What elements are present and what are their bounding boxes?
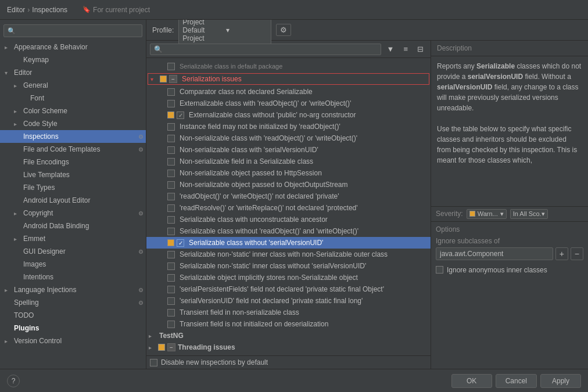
sidebar-item-file-templates[interactable]: File and Code Templates ⚙	[0, 143, 146, 156]
insp-item-serial-versionuid[interactable]: ✓ Serializable class without 'serialVers…	[146, 237, 431, 249]
checkbox[interactable]	[167, 297, 175, 305]
checkbox[interactable]	[167, 216, 175, 224]
insp-item-non-serial-read[interactable]: Non-serializable class with 'readObject(…	[146, 132, 431, 144]
sidebar-item-file-types[interactable]: File Types	[0, 181, 146, 194]
sidebar-item-plugins[interactable]: Plugins	[0, 322, 146, 335]
sidebar-item-font[interactable]: Font	[0, 92, 146, 105]
group-minus-button[interactable]: −	[167, 343, 175, 351]
expand-button[interactable]: ≡	[400, 43, 411, 55]
tree-search-input[interactable]	[165, 45, 377, 53]
cancel-button[interactable]: Cancel	[496, 374, 537, 388]
sidebar-search-input[interactable]	[18, 27, 138, 35]
sidebar-item-inspections[interactable]: Inspections ⚙	[0, 130, 146, 143]
checkbox[interactable]	[167, 286, 175, 293]
options-section: Options Ignore subclasses of + − Ignore …	[431, 222, 588, 369]
collapse-button[interactable]: ⊟	[414, 43, 427, 55]
disable-checkbox[interactable]	[150, 359, 157, 366]
checkbox[interactable]	[167, 321, 175, 328]
sidebar-item-emmet[interactable]: ▸ Emmet	[0, 232, 146, 245]
insp-item-transient-non[interactable]: Transient field in non-serializable clas…	[146, 307, 431, 318]
insp-item-serial-persist[interactable]: 'serialPersistentFields' field not decla…	[146, 283, 431, 295]
checkbox[interactable]	[167, 170, 175, 177]
sidebar-item-keymap[interactable]: Keymap	[0, 53, 146, 66]
add-button[interactable]: +	[555, 247, 568, 260]
sidebar-item-intentions[interactable]: Intentions	[0, 271, 146, 283]
ignore-anon-checkbox[interactable]	[436, 266, 443, 274]
sidebar-item-version-control[interactable]: ▸ Version Control	[0, 335, 146, 347]
insp-item-comparator[interactable]: Comparator class not declared Serializab…	[146, 86, 431, 98]
checkbox[interactable]	[167, 262, 175, 270]
filter-button[interactable]: ▼	[383, 43, 398, 55]
insp-item-readobject-private[interactable]: 'readObject()' or 'writeObject()' not de…	[146, 190, 431, 202]
insp-item-transient-init[interactable]: Transient field is not initialized on de…	[146, 318, 431, 330]
checkbox[interactable]	[167, 193, 175, 200]
arrow-icon: ▸	[14, 210, 21, 217]
ok-button[interactable]: OK	[451, 374, 492, 388]
checkbox[interactable]	[167, 274, 175, 282]
insp-item-readresolve-protected[interactable]: 'readResolve()' or 'writeReplace()' not …	[146, 202, 431, 214]
editor-breadcrumb: Editor	[7, 6, 25, 14]
checkbox[interactable]	[167, 63, 175, 70]
insp-item-instance-field[interactable]: Instance field may not be initialized by…	[146, 121, 431, 132]
chevron-down-icon: ▾	[500, 210, 504, 218]
checkbox[interactable]	[167, 228, 175, 235]
sidebar-item-todo[interactable]: TODO	[0, 309, 146, 322]
insp-item-serial-readobject[interactable]: Serializable class without 'readObject()…	[146, 225, 431, 237]
insp-item-non-static-outer[interactable]: Serializable non-'static' inner class wi…	[146, 249, 431, 260]
insp-item-non-serial-uid[interactable]: Non-serializable class with 'serialVersi…	[146, 144, 431, 156]
section-minus-button[interactable]: −	[169, 75, 177, 83]
tree-search-box[interactable]: 🔍	[150, 44, 381, 55]
group-testng[interactable]: ▸ TestNG	[146, 330, 431, 341]
sidebar-item-file-encodings[interactable]: File Encodings	[0, 156, 146, 168]
checkbox[interactable]	[167, 123, 175, 131]
sidebar-item-copyright[interactable]: ▸ Copyright ⚙	[0, 207, 146, 220]
insp-item-externalizable-read[interactable]: Externalizable class with 'readObject()'…	[146, 98, 431, 109]
sidebar-item-code-style[interactable]: ▸ Code Style	[0, 117, 146, 130]
scope-dropdown[interactable]: In All Sco.▾	[510, 209, 548, 219]
sidebar-item-general[interactable]: ▸ General	[0, 79, 146, 92]
sidebar-item-android-layout[interactable]: Android Layout Editor	[0, 194, 146, 207]
remove-button[interactable]: −	[571, 247, 583, 260]
profile-bar: Profile: Project Default Project ▾ ⚙	[146, 20, 588, 41]
sidebar-item-android-data[interactable]: Android Data Binding	[0, 220, 146, 232]
serialization-section-header[interactable]: ▾ − Serialization issues	[148, 73, 429, 85]
checkbox[interactable]: ✓	[177, 112, 184, 119]
insp-item-implicit-store[interactable]: Serializable object implicitly stores no…	[146, 272, 431, 283]
insp-item-externalizable-public[interactable]: ✓ Externalizable class without 'public' …	[146, 109, 431, 121]
sidebar-item-live-templates[interactable]: Live Templates	[0, 168, 146, 181]
checkbox[interactable]	[167, 100, 175, 107]
ignore-input-row: + −	[436, 247, 583, 260]
ignore-input[interactable]	[436, 247, 553, 260]
sidebar-item-spelling[interactable]: Spelling ⚙	[0, 296, 146, 309]
sidebar-item-color-scheme[interactable]: ▸ Color Scheme	[0, 105, 146, 117]
checkbox[interactable]	[167, 146, 175, 154]
checkbox[interactable]	[167, 204, 175, 212]
profile-gear-button[interactable]: ⚙	[276, 24, 291, 36]
insp-item-serial-unconstructable[interactable]: Serializable class with unconstructable …	[146, 214, 431, 225]
insp-item-above[interactable]: Serializable class in default package	[146, 60, 431, 72]
severity-dropdown[interactable]: Warn... ▾	[467, 209, 507, 219]
insp-item-non-serial-field[interactable]: Non-serializable field in a Serializable…	[146, 156, 431, 167]
sidebar-item-gui-designer[interactable]: GUI Designer ⚙	[0, 245, 146, 258]
sidebar-item-appearance[interactable]: ▸ Appearance & Behavior	[0, 41, 146, 53]
group-threading[interactable]: ▸ − Threading issues	[146, 341, 431, 353]
help-button[interactable]: ?	[7, 375, 20, 387]
checkbox[interactable]	[167, 181, 175, 189]
insp-item-non-serial-object[interactable]: Non-serializable object passed to Object…	[146, 179, 431, 190]
apply-button[interactable]: Apply	[540, 374, 581, 388]
checkbox[interactable]	[167, 88, 175, 96]
sidebar-item-editor[interactable]: ▾ Editor	[0, 66, 146, 79]
insp-item-non-static-no-uid[interactable]: Serializable non-'static' inner class wi…	[146, 260, 431, 272]
insp-item-serial-version-long[interactable]: 'serialVersionUID' field not declared 'p…	[146, 295, 431, 307]
checkbox[interactable]	[167, 251, 175, 258]
checkbox[interactable]	[167, 135, 175, 142]
sidebar-item-language-injections[interactable]: ▸ Language Injections ⚙	[0, 283, 146, 296]
sidebar-search-box[interactable]: 🔍	[3, 24, 142, 37]
color-indicator	[167, 112, 174, 118]
sidebar-item-images[interactable]: Images	[0, 258, 146, 271]
insp-item-non-serial-http[interactable]: Non-serializable object passed to HttpSe…	[146, 167, 431, 179]
checkbox[interactable]	[167, 158, 175, 166]
checkbox[interactable]: ✓	[177, 239, 184, 247]
checkbox[interactable]	[167, 309, 175, 317]
sidebar-item-label: Language Injections	[14, 286, 136, 294]
